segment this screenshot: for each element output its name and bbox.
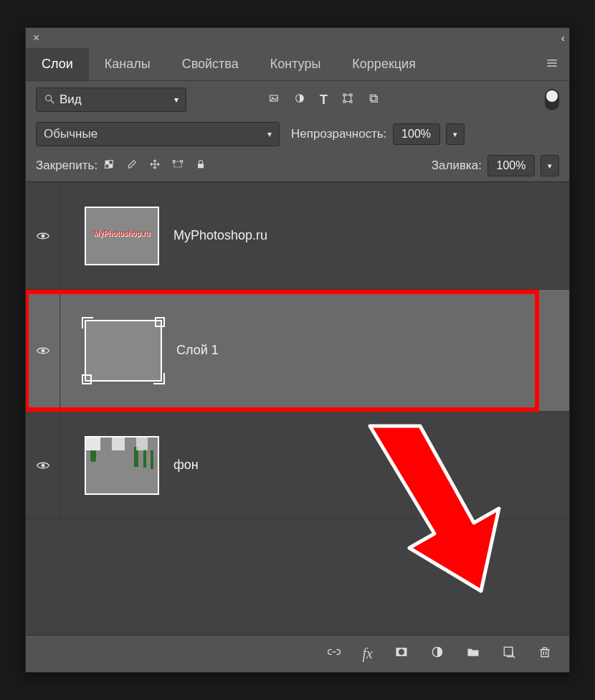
panel-titlebar: × ‹‹ [26, 28, 569, 48]
layer-row[interactable]: Слой 1 [26, 290, 569, 412]
svg-rect-13 [370, 95, 376, 100]
lock-all-icon[interactable] [195, 159, 206, 173]
svg-rect-17 [109, 161, 113, 164]
tab-properties[interactable]: Свойства [166, 48, 254, 80]
svg-point-26 [41, 349, 44, 352]
layer-name[interactable]: фон [173, 458, 199, 473]
layers-list: MyPhotoshop.ru MyPhotoshop.ru Слой 1 фон [26, 181, 569, 635]
layers-bottom-toolbar: fx [26, 635, 569, 672]
opacity-input[interactable]: 100% [393, 123, 440, 145]
svg-rect-14 [371, 96, 377, 102]
layer-row[interactable]: MyPhotoshop.ru MyPhotoshop.ru [26, 182, 569, 290]
chevron-down-icon: ▾ [174, 95, 178, 105]
layer-thumbnail[interactable] [85, 436, 159, 495]
blend-mode-row: Обычные ▾ Непрозрачность: 100% ▾ [26, 118, 569, 150]
search-icon [44, 93, 55, 107]
layer-group-icon[interactable] [466, 645, 480, 663]
visibility-toggle[interactable] [26, 182, 60, 289]
filter-smart-icon[interactable] [368, 93, 379, 108]
blend-mode-value: Обычные [44, 127, 97, 141]
svg-rect-32 [504, 647, 513, 656]
chevron-down-icon: ▾ [267, 129, 272, 139]
tab-channels[interactable]: Каналы [89, 48, 166, 80]
filter-type-label: Вид [60, 93, 82, 107]
tab-adjustments[interactable]: Коррекция [336, 48, 432, 80]
svg-point-30 [399, 649, 404, 655]
svg-rect-12 [350, 100, 352, 103]
layer-mask-icon[interactable] [394, 645, 409, 663]
delete-layer-icon[interactable] [538, 645, 552, 663]
opacity-label: Непрозрачность: [291, 127, 387, 141]
layer-thumbnail[interactable] [85, 320, 162, 382]
layer-row[interactable]: фон [26, 412, 569, 519]
svg-rect-10 [350, 94, 352, 96]
svg-rect-9 [343, 94, 346, 96]
filter-pixel-icon[interactable] [268, 93, 280, 108]
svg-rect-18 [105, 164, 109, 168]
filter-toggle[interactable] [545, 89, 559, 110]
filter-type-dropdown[interactable]: Вид ▾ [36, 88, 186, 112]
svg-rect-15 [105, 161, 109, 164]
opacity-dropdown[interactable]: ▾ [446, 123, 465, 145]
tab-layers[interactable]: Слои [26, 48, 89, 80]
new-layer-icon[interactable] [502, 645, 516, 663]
link-layers-icon[interactable] [327, 645, 341, 663]
layers-panel: × ‹‹ Слои Каналы Свойства Контуры Коррек… [25, 27, 570, 673]
svg-line-4 [51, 100, 54, 103]
svg-rect-11 [343, 100, 346, 103]
blend-mode-dropdown[interactable]: Обычные ▾ [36, 122, 280, 146]
filter-icons: T [268, 93, 379, 108]
tab-paths[interactable]: Контуры [254, 48, 337, 80]
svg-point-3 [46, 95, 52, 100]
filter-adjustment-icon[interactable] [294, 93, 305, 108]
layer-filter-row: Вид ▾ T [26, 81, 569, 118]
filter-shape-icon[interactable] [342, 93, 353, 108]
layer-name[interactable]: Слой 1 [176, 343, 219, 358]
layer-effects-icon[interactable]: fx [363, 645, 373, 662]
panel-menu-icon[interactable] [545, 56, 559, 73]
svg-rect-34 [541, 650, 548, 657]
lock-position-icon[interactable] [149, 159, 161, 173]
adjustment-layer-icon[interactable] [430, 645, 444, 663]
svg-rect-16 [109, 164, 113, 168]
svg-point-27 [41, 463, 44, 467]
visibility-toggle[interactable] [26, 412, 60, 519]
lock-artboard-icon[interactable] [172, 159, 184, 173]
layer-thumbnail[interactable]: MyPhotoshop.ru [85, 207, 159, 265]
lock-row: Закрепить: Заливка: 100% ▾ [26, 150, 569, 181]
svg-rect-22 [173, 161, 175, 163]
fill-dropdown[interactable]: ▾ [541, 155, 559, 176]
svg-rect-24 [198, 164, 204, 168]
fill-input[interactable]: 100% [487, 155, 535, 176]
layer-name[interactable]: MyPhotoshop.ru [173, 228, 267, 243]
fill-label: Заливка: [432, 159, 482, 173]
close-icon[interactable]: × [33, 32, 39, 44]
lock-label: Закрепить: [36, 159, 97, 173]
svg-rect-23 [181, 161, 183, 163]
svg-point-25 [41, 234, 44, 237]
visibility-toggle[interactable] [26, 290, 60, 411]
lock-transparency-icon[interactable] [103, 159, 115, 173]
thumbnail-text: MyPhotoshop.ru [89, 230, 155, 237]
lock-icons [103, 159, 206, 173]
lock-pixels-icon[interactable] [126, 159, 138, 173]
panel-tabs: Слои Каналы Свойства Контуры Коррекция [26, 48, 569, 81]
filter-type-icon[interactable]: T [320, 93, 328, 108]
collapse-icon[interactable]: ‹‹ [561, 32, 562, 44]
